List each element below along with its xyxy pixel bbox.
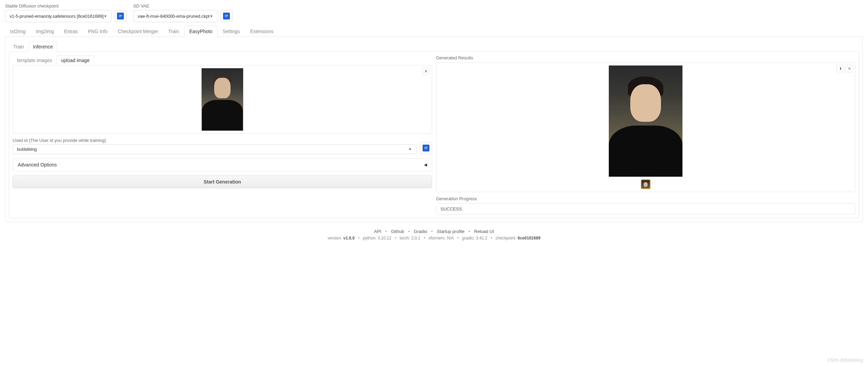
- chevron-down-icon: ▼: [409, 147, 412, 151]
- advanced-options-toggle[interactable]: Advanced Options ◀: [13, 158, 432, 171]
- footer-link-startup-profile[interactable]: Startup profile: [437, 229, 465, 234]
- download-result-button[interactable]: ⬇: [837, 65, 844, 72]
- left-column: template images upload image ✕ Use: [13, 55, 432, 215]
- easyphoto-subtabs: Train Inference: [9, 42, 859, 52]
- tab-train[interactable]: Train: [163, 26, 184, 37]
- version-line: version: v1.6.0 • python: 3.10.12 • torc…: [5, 236, 863, 240]
- vae-label: SD VAE: [133, 3, 233, 9]
- vae-select[interactable]: vae-ft-mse-840000-ema-pruned.ckpt ▼: [133, 10, 218, 22]
- dot-separator: •: [469, 229, 470, 234]
- start-generation-button[interactable]: Start Generation: [13, 175, 432, 188]
- tab-easyphoto[interactable]: EasyPhoto: [184, 26, 218, 37]
- generation-progress-section: Generation Progress SUCCESS: [436, 196, 856, 215]
- refresh-icon: ⟳: [117, 13, 124, 19]
- footer-link-github[interactable]: Github: [391, 229, 404, 234]
- triangle-left-icon: ◀: [424, 162, 427, 167]
- xformers-value: N/A: [447, 236, 454, 240]
- checkpoint-label: Stable Diffusion checkpoint: [5, 3, 127, 9]
- innertab-upload-image[interactable]: upload image: [57, 55, 94, 65]
- checkpoint-label: checkpoint:: [496, 236, 516, 240]
- tab-extras[interactable]: Extras: [59, 26, 83, 37]
- gradio-label: gradio:: [462, 236, 475, 240]
- image-source-tabs: template images upload image: [13, 55, 432, 65]
- used-id-select[interactable]: bubbliiiing ▼: [13, 144, 416, 154]
- used-id-refresh-button[interactable]: ⟳: [420, 142, 432, 154]
- checkpoint-value: 6ce0161689: [518, 236, 541, 240]
- chevron-down-icon: ▼: [104, 14, 107, 18]
- footer: API • Github • Gradio • Startup profile …: [5, 229, 863, 240]
- generation-progress-value: SUCCESS: [436, 203, 856, 215]
- tab-img2img[interactable]: img2img: [31, 26, 59, 37]
- refresh-icon: ⟳: [223, 13, 230, 19]
- version-label: version:: [327, 236, 342, 240]
- subtab-train[interactable]: Train: [9, 42, 28, 52]
- generated-results-panel: ⬇ ✕: [436, 62, 856, 192]
- top-settings-row: Stable Diffusion checkpoint v1-5-pruned-…: [5, 3, 863, 22]
- tab-png-info[interactable]: PNG Info: [83, 26, 113, 37]
- generated-results-label: Generated Results: [436, 55, 856, 60]
- generated-result-image[interactable]: [609, 65, 682, 177]
- footer-links: API • Github • Gradio • Startup profile …: [5, 229, 863, 234]
- right-column: Generated Results ⬇ ✕: [436, 55, 856, 215]
- tab-checkpoint-merger[interactable]: Checkpoint Merger: [113, 26, 163, 37]
- refresh-icon: ⟳: [423, 145, 429, 151]
- checkpoint-value: v1-5-pruned-emaonly.safetensors [6ce0161…: [10, 14, 104, 19]
- innertab-template-images[interactable]: template images: [13, 55, 57, 65]
- vae-field: SD VAE vae-ft-mse-840000-ema-pruned.ckpt…: [133, 3, 233, 22]
- vae-refresh-button[interactable]: ⟳: [220, 10, 233, 22]
- dot-separator: •: [431, 229, 433, 234]
- footer-link-gradio[interactable]: Gradio: [414, 229, 427, 234]
- used-id-section: Used id (The User id you provide while t…: [13, 138, 432, 154]
- tab-extensions[interactable]: Extensions: [245, 26, 278, 37]
- uploaded-image: [202, 68, 243, 131]
- download-icon: ⬇: [839, 67, 842, 71]
- python-label: python:: [363, 236, 376, 240]
- version-value: v1.6.0: [343, 236, 354, 240]
- checkpoint-select[interactable]: v1-5-pruned-emaonly.safetensors [6ce0161…: [5, 10, 112, 22]
- torch-value: 2.0.1: [411, 236, 421, 240]
- easyphoto-panel: Train Inference template images upload i…: [5, 37, 863, 222]
- checkpoint-refresh-button[interactable]: ⟳: [114, 10, 127, 22]
- used-id-value: bubbliiiing: [17, 147, 37, 152]
- close-result-button[interactable]: ✕: [845, 65, 853, 72]
- close-icon: ✕: [848, 67, 851, 71]
- chevron-down-icon: ▼: [210, 14, 213, 18]
- result-thumbnails: [641, 179, 650, 189]
- result-thumbnail[interactable]: [641, 179, 650, 189]
- inference-panel: template images upload image ✕ Use: [9, 52, 859, 218]
- used-id-label: Used id (The User id you provide while t…: [13, 138, 416, 143]
- subtab-inference[interactable]: Inference: [28, 42, 57, 52]
- gradio-value: 3.41.2: [476, 236, 487, 240]
- torch-label: torch:: [400, 236, 410, 240]
- python-value: 3.10.12: [378, 236, 391, 240]
- main-tabs: txt2img img2img Extras PNG Info Checkpoi…: [5, 26, 863, 37]
- footer-link-api[interactable]: API: [374, 229, 381, 234]
- dot-separator: •: [385, 229, 387, 234]
- close-icon: ✕: [424, 69, 428, 74]
- tab-settings[interactable]: Settings: [218, 26, 245, 37]
- remove-image-button[interactable]: ✕: [422, 68, 430, 75]
- vae-value: vae-ft-mse-840000-ema-pruned.ckpt: [138, 14, 210, 19]
- tab-txt2img[interactable]: txt2img: [5, 26, 31, 37]
- dot-separator: •: [408, 229, 410, 234]
- advanced-options-label: Advanced Options: [18, 162, 57, 167]
- xformers-label: xformers:: [429, 236, 446, 240]
- footer-link-reload-ui[interactable]: Reload UI: [474, 229, 494, 234]
- checkpoint-field: Stable Diffusion checkpoint v1-5-pruned-…: [5, 3, 127, 22]
- upload-image-panel[interactable]: ✕: [13, 65, 432, 134]
- generation-progress-label: Generation Progress: [436, 196, 856, 201]
